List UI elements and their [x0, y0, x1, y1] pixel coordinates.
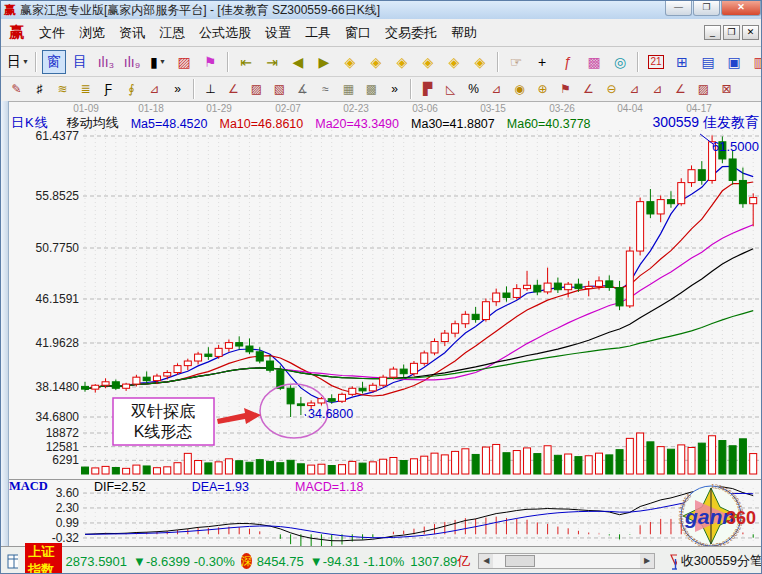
tick-stream-label[interactable]: 收300559分笔	[681, 552, 762, 570]
zigzag-icon[interactable]: ≈	[315, 79, 336, 99]
first-page-icon[interactable]: ⇤	[234, 50, 258, 74]
gold-band-icon[interactable]: ⊖	[601, 79, 622, 99]
curve-measure-icon[interactable]: ƒ	[556, 50, 580, 74]
kline-chart[interactable]: 61.437755.852550.775046.159141.962838.14…	[1, 114, 762, 479]
last-page-icon[interactable]: ⇥	[260, 50, 284, 74]
svg-text:50.7750: 50.7750	[36, 241, 80, 255]
toolbar-separator	[410, 79, 412, 99]
menu-logo-icon: 赢	[9, 23, 24, 42]
gann-diamond-5-icon[interactable]: ◈	[442, 50, 466, 74]
calculator-icon[interactable]: ⊞	[670, 50, 694, 74]
cycle-tool-icon[interactable]: ∮	[121, 79, 142, 99]
kline-canvas[interactable]: 61.437755.852550.775046.159141.962838.14…	[1, 114, 762, 479]
menu-item-1[interactable]: 浏览	[72, 22, 112, 43]
more-tools-2-icon[interactable]: »	[384, 79, 405, 99]
fibonacci-icon[interactable]: Ƒ	[98, 79, 119, 99]
minute3-chart-icon[interactable]: ılı₃	[94, 50, 118, 74]
maximize-button[interactable]: ❐	[693, 1, 720, 16]
gann-diamond-2-icon[interactable]: ◈	[364, 50, 388, 74]
kline-period-icon[interactable]: 日▼	[6, 50, 30, 74]
menu-item-3[interactable]: 江恩	[152, 22, 192, 43]
gann-diamond-1-icon[interactable]: ◈	[338, 50, 362, 74]
title-bar[interactable]: 赢 赢家江恩专业版[赢家内部服务平台] - [佳发教育 SZ300559-66日…	[1, 1, 762, 19]
stock-sieve-icon[interactable]: ▨	[172, 50, 196, 74]
minimize-button[interactable]: —	[665, 1, 692, 16]
grid-dense-icon[interactable]: ▩	[361, 79, 382, 99]
menu-item-2[interactable]: 资讯	[112, 22, 152, 43]
svg-text:46.1591: 46.1591	[36, 292, 80, 306]
menu-item-5[interactable]: 设置	[258, 22, 298, 43]
sh-index-badge[interactable]: 上证指数	[25, 543, 61, 574]
chart-hscrollbar[interactable]: ◀ ▶	[478, 553, 655, 569]
f10-info-icon[interactable]: 目	[68, 50, 92, 74]
candle-style-icon[interactable]: ▮▼	[146, 50, 170, 74]
date-tick-label: 02-07	[275, 103, 301, 114]
close-button[interactable]: ✕	[721, 1, 761, 16]
flag-line-icon[interactable]: ⚑	[555, 79, 576, 99]
gann-level-icon[interactable]: ≣	[75, 79, 96, 99]
menu-item-6[interactable]: 工具	[298, 22, 338, 43]
color-flag-icon[interactable]: ⚑	[198, 50, 222, 74]
candles	[82, 135, 757, 417]
menu-item-7[interactable]: 窗口	[338, 22, 378, 43]
scroll-right-icon[interactable]: ▶	[640, 554, 654, 568]
gann-diamond-6-icon[interactable]: ◈	[468, 50, 492, 74]
marker-tool-icon[interactable]: ⊿	[144, 79, 165, 99]
next-page-icon[interactable]: ▶	[312, 50, 336, 74]
hand-tool-icon[interactable]: ☞	[504, 50, 528, 74]
export-icon[interactable]: ▥	[748, 50, 762, 74]
wedge-tool-icon[interactable]: ◺	[440, 79, 461, 99]
more-tools-1-icon[interactable]: »	[167, 79, 188, 99]
gann-diamond-3-icon[interactable]: ◈	[390, 50, 414, 74]
hatch-tool-icon[interactable]: ▨	[693, 79, 714, 99]
menu-item-8[interactable]: 交易委托	[378, 22, 444, 43]
scroll-track[interactable]	[493, 554, 640, 568]
gann-diamond-4-icon[interactable]: ◈	[416, 50, 440, 74]
gann-wave-icon[interactable]: ≋	[52, 79, 73, 99]
grid-tool-icon[interactable]: ♯	[29, 79, 50, 99]
macd-canvas[interactable]: 3.602.300.99-0.32	[1, 480, 762, 546]
block-tool-icon[interactable]: ▛	[417, 79, 438, 99]
angle-line-icon[interactable]: ∡	[292, 79, 313, 99]
angle-a-icon[interactable]: ∠	[578, 79, 599, 99]
angle-d-icon[interactable]: ∠	[670, 79, 691, 99]
percent-line-icon[interactable]: ⊿	[486, 79, 507, 99]
angle-c-icon[interactable]: ⊿	[647, 79, 668, 99]
notebook-icon[interactable]: ▤	[696, 50, 720, 74]
hatch-box-icon[interactable]: ▧	[269, 79, 290, 99]
sz-index-badge[interactable]: 深	[241, 553, 252, 569]
gift-tool-icon[interactable]: ▩	[582, 50, 606, 74]
menu-item-9[interactable]: 帮助	[444, 22, 484, 43]
menu-item-4[interactable]: 公式选股	[192, 22, 258, 43]
box-x-icon[interactable]: ⊠	[716, 79, 737, 99]
minute9-chart-icon[interactable]: ılı₉	[120, 50, 144, 74]
quote-grid-icon[interactable]	[7, 554, 18, 569]
mask-tool-icon[interactable]: ◎	[608, 50, 632, 74]
angle-b-icon[interactable]: ⊿	[624, 79, 645, 99]
axis-tool-icon[interactable]: ⊥	[200, 79, 221, 99]
overlay-chart-icon[interactable]: 窗	[42, 50, 66, 74]
percent-tool-icon[interactable]: %	[463, 79, 484, 99]
mdi-close-button[interactable]: ✕	[742, 25, 759, 40]
menu-item-0[interactable]: 文件	[32, 22, 72, 43]
sh-index-change: ▼-8.6399 -0.30%	[133, 554, 235, 569]
scroll-thumb[interactable]	[505, 555, 535, 567]
window-title: 赢家江恩专业版[赢家内部服务平台] - [佳发教育 SZ300559-66日K线…	[20, 2, 380, 19]
mdi-restore-button[interactable]: ❐	[723, 25, 740, 40]
scroll-left-icon[interactable]: ◀	[479, 554, 493, 568]
macd-pane[interactable]: 3.602.300.99-0.32 MACD DIF=2.52DEA=1.93M…	[1, 479, 762, 546]
date-tick-label: 02-23	[343, 103, 369, 114]
date-tick-label: 01-18	[138, 103, 164, 114]
grid-box-icon[interactable]: ▦	[338, 79, 359, 99]
save-icon[interactable]: ▣	[722, 50, 746, 74]
prev-page-icon[interactable]: ◀	[286, 50, 310, 74]
gold-section-icon[interactable]: ⊕	[532, 79, 553, 99]
shade-box-icon[interactable]: ▨	[246, 79, 267, 99]
mdi-minimize-button[interactable]: _	[704, 25, 721, 40]
fan-lines-icon[interactable]: ∠	[223, 79, 244, 99]
crosshair-icon[interactable]: +	[530, 50, 554, 74]
gold-circle-icon[interactable]: ◉	[509, 79, 530, 99]
calendar-icon[interactable]: 21	[644, 50, 668, 74]
toolbar-separator	[35, 52, 37, 72]
pencil-tool-icon[interactable]: ✎	[6, 79, 27, 99]
